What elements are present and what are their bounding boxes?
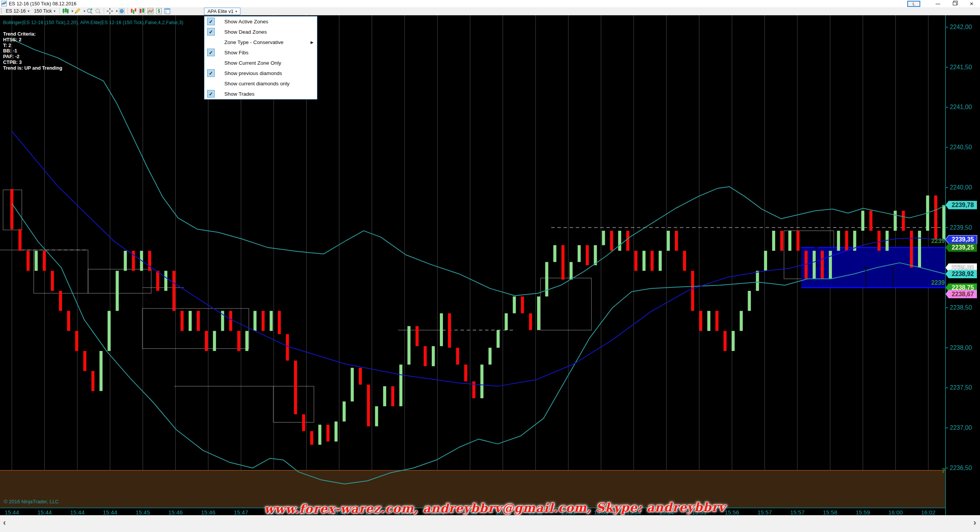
chart-canvas[interactable]: 15:4415:4415:4415:4415:4515:4615:4615:47… xyxy=(0,15,980,515)
minimize-button[interactable]: — xyxy=(929,0,946,7)
candle-down xyxy=(156,271,159,291)
toolbar-separator xyxy=(127,8,128,14)
time-axis-label: 15:48 xyxy=(299,509,314,515)
horizontal-scrollbar[interactable]: ‹ › xyxy=(0,515,980,532)
menu-item-show-dead-zones[interactable]: ✓Show Dead Zones xyxy=(204,27,317,37)
candle-down xyxy=(456,348,459,365)
zone-price-label: 2239 xyxy=(931,238,945,244)
menu-item-show-trades[interactable]: ✓Show Trades xyxy=(204,89,317,99)
candle-up xyxy=(245,331,248,351)
candle-down xyxy=(675,231,678,251)
menu-item-show-fibs[interactable]: ✓Show Fibs xyxy=(204,47,317,58)
magnifier-icon xyxy=(118,8,125,15)
bollinger-lower-band xyxy=(12,204,946,484)
chart-style-button[interactable] xyxy=(61,8,70,15)
candle-up xyxy=(375,406,378,426)
toolbar-grip[interactable] xyxy=(1,8,2,14)
menu-item-show-previous-diamonds[interactable]: ✓Show previous diamonds xyxy=(204,68,317,78)
time-axis-label: 15:49 xyxy=(332,509,346,515)
candle-up xyxy=(837,231,840,251)
candle-down xyxy=(699,311,702,331)
candle-up xyxy=(488,348,492,365)
chart-area: 15:4415:4415:4415:4415:4515:4615:4615:47… xyxy=(0,15,980,515)
close-button[interactable]: ✕ xyxy=(963,0,980,7)
candle-up xyxy=(116,271,119,311)
line-chart-button[interactable] xyxy=(146,8,155,15)
zoom-region-button[interactable] xyxy=(118,8,126,15)
candle-up xyxy=(594,245,597,265)
time-axis-label: 15:47 xyxy=(234,509,248,515)
price-axis-label: 2240,50 xyxy=(950,144,972,150)
candle-up xyxy=(335,421,338,441)
zoom-out-button[interactable] xyxy=(94,8,102,15)
menu-item-label: Show Active Zones xyxy=(224,19,268,24)
l-button[interactable]: L xyxy=(907,1,920,7)
brown-zone xyxy=(0,470,946,508)
zone-price-label: 7 xyxy=(942,468,945,474)
time-axis-label: 15:46 xyxy=(168,509,183,515)
candle-down xyxy=(780,231,783,251)
bar-type-button[interactable] xyxy=(129,8,138,15)
candle-down xyxy=(286,334,289,361)
line-chart-icon xyxy=(147,8,154,15)
zoom-out-icon xyxy=(95,8,101,15)
scroll-left-arrow[interactable]: ‹ xyxy=(3,518,6,528)
candle-down xyxy=(805,251,808,279)
price-axis-label: 2237,50 xyxy=(950,384,972,391)
drawing-tools-button[interactable] xyxy=(73,8,82,15)
candle-down xyxy=(197,311,200,331)
menu-item-label: Show Fibs xyxy=(224,50,248,55)
candle-up xyxy=(124,251,127,271)
candle-down xyxy=(43,251,46,271)
time-axis-label: 15:50 xyxy=(463,509,477,515)
candle-down xyxy=(59,291,62,311)
price-axis-label: 2236,50 xyxy=(950,465,972,471)
time-axis-label: 15:58 xyxy=(823,509,838,515)
menu-item-show-current-zone-only[interactable]: Show Current Zone Only xyxy=(204,58,317,68)
toolbar-separator xyxy=(59,8,60,14)
candle-down xyxy=(529,313,532,330)
strategy-select[interactable]: APA Elite v1▾ xyxy=(204,8,240,15)
price-axis-label: 2240,00 xyxy=(950,184,972,191)
candle-down xyxy=(634,251,637,271)
maximize-button[interactable] xyxy=(946,0,963,7)
candle-up xyxy=(253,311,256,331)
interval-select[interactable]: 150 Tick▾ xyxy=(32,8,58,15)
candle-down xyxy=(10,189,13,229)
title-bar: ES 12-16 (150 Tick) 08.12.2016 L — ✕ xyxy=(0,0,980,7)
candle-down xyxy=(278,311,281,334)
candle-up xyxy=(788,231,791,251)
menu-item-show-current-diamonds-only[interactable]: Show current diamonds only xyxy=(204,78,317,89)
candle-down xyxy=(650,251,653,271)
menu-item-label: Show Current Zone Only xyxy=(224,60,281,66)
price-tag-label: 2239,35 xyxy=(952,236,974,243)
menu-item-show-active-zones[interactable]: ✓Show Active Zones xyxy=(204,16,317,27)
account-button[interactable]: $ xyxy=(155,8,163,15)
checkbox-checked-icon: ✓ xyxy=(207,28,215,36)
candle-down xyxy=(67,311,70,331)
time-axis-label: 15:54 xyxy=(627,509,641,515)
candle-up xyxy=(164,271,167,291)
checkbox-checked-icon: ✓ xyxy=(207,90,215,98)
crosshair-button[interactable] xyxy=(106,8,114,15)
candle-up xyxy=(707,311,710,331)
restore-icon xyxy=(953,2,957,5)
checkbox-checked-icon: ✓ xyxy=(207,18,215,25)
menu-item-zone-type-conservative[interactable]: Zone Type - Conservative▶ xyxy=(204,37,317,47)
candle-up xyxy=(318,425,321,445)
candle-up xyxy=(942,205,946,240)
candle-type-button[interactable] xyxy=(138,8,146,15)
candle-up xyxy=(764,251,767,271)
candle-up xyxy=(642,251,645,271)
gray-zone-box xyxy=(34,250,88,293)
zoom-in-button[interactable] xyxy=(85,8,94,15)
properties-button[interactable] xyxy=(163,8,172,15)
scroll-right-arrow[interactable]: › xyxy=(973,518,976,528)
window-title: ES 12-16 (150 Tick) 08.12.2016 xyxy=(9,1,77,7)
candle-down xyxy=(91,371,95,391)
price-axis-label: 2237,00 xyxy=(950,424,972,431)
candle-up xyxy=(343,401,346,421)
candle-down xyxy=(877,231,880,251)
candle-up xyxy=(553,245,556,262)
instrument-select[interactable]: ES 12-16▾ xyxy=(3,8,32,15)
